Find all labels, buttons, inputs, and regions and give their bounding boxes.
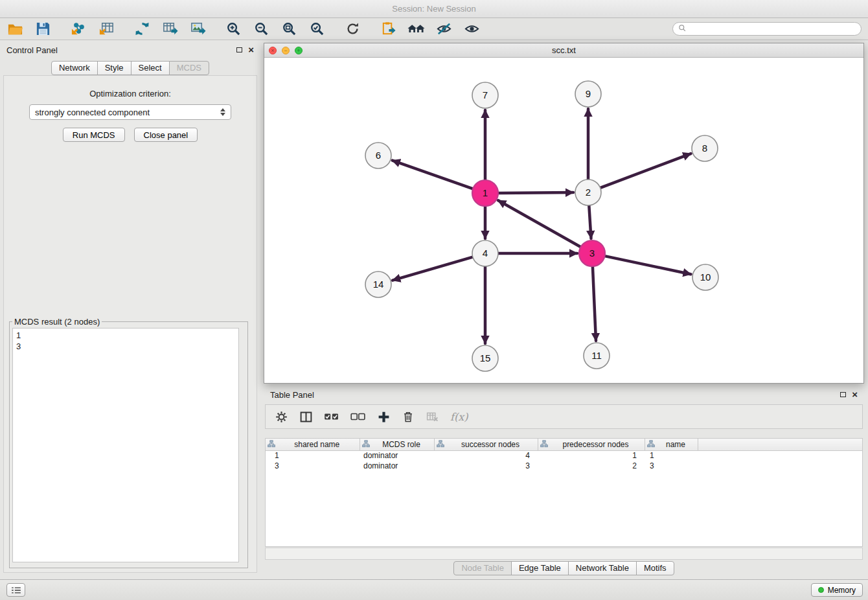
graph-edge-2-8[interactable] [600,154,691,188]
new-network-icon[interactable] [133,20,151,38]
add-column-icon[interactable] [377,410,391,424]
zoom-selected-icon[interactable] [308,20,326,38]
graph-edge-1-2[interactable] [498,192,573,193]
tab-network-table[interactable]: Network Table [568,561,637,575]
homes-icon[interactable] [407,20,425,38]
network-graph[interactable]: 7968124314101511 [264,58,863,383]
node-table: shared nameMCDS rolesuccessor nodesprede… [265,438,863,547]
table-row[interactable]: 3dominator323 [266,461,862,471]
tab-select[interactable]: Select [131,61,170,75]
network-view-window: × − + scc.txt 7968124314101511 [264,43,864,384]
graph-edge-2-3[interactable] [589,205,591,238]
tab-mcds[interactable]: MCDS [169,61,209,75]
window-titlebar: Session: New Session [0,0,868,18]
style-toggle-icon[interactable] [435,20,453,38]
mcds-result-line: 3 [16,341,235,352]
graph-node-label: 10 [700,271,711,283]
graph-edge-1-6[interactable] [393,161,473,189]
sort-icon [437,440,444,450]
copy-view-icon[interactable] [380,20,397,38]
table-panel: Table Panel × f(x) shared nameMCDS roles… [264,386,864,575]
memory-status-icon [818,587,824,593]
tab-edge-table[interactable]: Edge Table [511,561,569,575]
graph-node-label: 15 [480,352,491,363]
columns-icon[interactable] [299,410,313,424]
tab-motifs[interactable]: Motifs [636,561,674,575]
zoom-out-icon[interactable] [253,20,270,38]
float-table-panel-icon[interactable] [840,392,846,397]
graph-node-label: 1 [483,187,488,198]
tab-node-table[interactable]: Node Table [453,561,512,575]
control-panel-title: Control Panel [6,45,58,55]
graph-node-label: 14 [373,279,384,290]
criterion-selected-value: strongly connected component [35,108,150,117]
import-table-icon[interactable] [98,20,115,38]
refresh-layout-icon[interactable] [344,20,361,38]
close-table-panel-icon[interactable]: × [852,391,858,398]
zoom-window-button[interactable]: + [295,47,303,54]
tab-network[interactable]: Network [51,61,98,75]
export-image-icon[interactable] [189,20,207,38]
graph-node-label: 2 [586,187,591,198]
application-window: Session: New Session [0,0,868,600]
export-table-icon[interactable] [161,20,179,38]
graph-node-label: 3 [589,248,595,259]
close-panel-icon[interactable]: × [248,47,254,53]
table-panel-header: Table Panel × [264,386,864,403]
close-window-button[interactable]: × [269,47,277,54]
optimization-criterion-label: Optimization criterion: [4,89,257,98]
column-header[interactable]: name [645,439,698,450]
select-all-icon[interactable] [324,411,339,422]
mcds-result-box: MCDS result (2 nodes) 13 [9,317,248,568]
mcds-result-line: 1 [16,330,235,341]
control-panel: Control Panel × NetworkStyleSelectMCDS O… [0,41,260,577]
memory-label: Memory [828,586,856,595]
table-toolbar: f(x) [265,404,863,429]
horizontal-scrollbar[interactable] [265,548,863,560]
network-window-titlebar[interactable]: × − + scc.txt [264,43,863,58]
deselect-all-icon[interactable] [350,411,366,422]
close-panel-button[interactable]: Close panel [134,128,198,142]
gear-icon[interactable] [275,410,288,424]
import-network-icon[interactable] [70,20,87,38]
delete-table-icon[interactable] [426,410,439,424]
task-history-button[interactable] [6,583,25,597]
minimize-window-button[interactable]: − [282,47,290,54]
memory-button[interactable]: Memory [811,583,863,597]
graph-edge-3-11[interactable] [593,266,596,341]
graph-node-label: 9 [586,88,591,99]
graph-node-label: 11 [591,350,602,361]
run-mcds-button[interactable]: Run MCDS [63,128,125,142]
zoom-in-icon[interactable] [225,20,242,38]
status-bar: Memory [0,579,868,600]
open-file-icon[interactable] [6,20,24,38]
search-field[interactable] [672,22,862,36]
float-panel-icon[interactable] [236,47,242,52]
criterion-select[interactable]: strongly connected component [29,104,231,120]
table-row[interactable]: 1dominator411 [266,450,862,461]
column-header[interactable]: shared name [266,439,360,450]
graph-node-label: 4 [483,248,488,259]
control-panel-header: Control Panel × [0,41,260,58]
network-window-title: scc.txt [552,45,576,55]
graph-edge-3-10[interactable] [605,256,691,274]
delete-column-icon[interactable] [402,410,415,423]
control-panel-tabs: NetworkStyleSelectMCDS [0,61,260,75]
window-title: Session: New Session [392,4,475,14]
table-panel-tabs: Node TableEdge TableNetwork TableMotifs [264,561,864,575]
graph-node-label: 6 [376,150,381,161]
column-header[interactable]: predecessor nodes [538,439,645,450]
eye-icon[interactable] [463,20,481,38]
graph-node-label: 7 [483,89,488,100]
graph-edge-4-14[interactable] [393,257,473,281]
select-stepper-icon [220,108,225,116]
save-session-icon[interactable] [34,20,52,38]
search-input[interactable] [690,25,856,34]
function-builder-icon[interactable]: f(x) [450,411,468,423]
sort-icon [268,440,275,450]
zoom-fit-icon[interactable] [280,20,298,38]
graph-edge-3-1[interactable] [498,200,581,247]
column-header[interactable]: MCDS role [360,439,434,450]
tab-style[interactable]: Style [97,61,131,75]
column-header[interactable]: successor nodes [434,439,538,450]
